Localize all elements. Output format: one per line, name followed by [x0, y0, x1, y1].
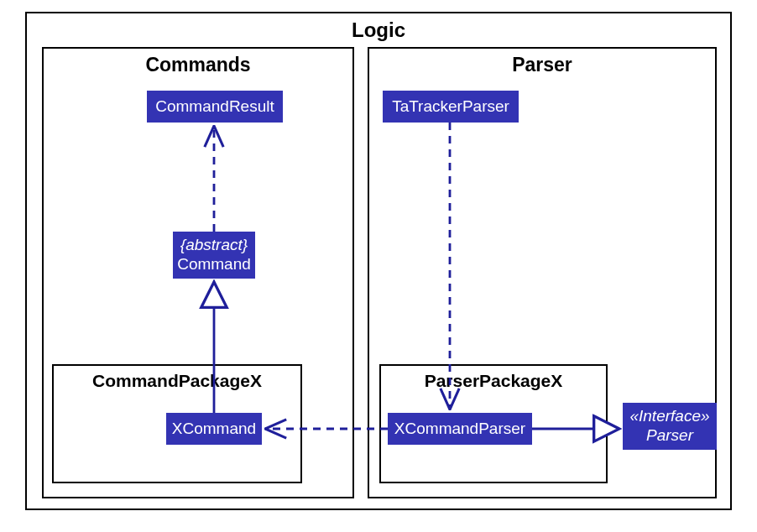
class-command-result: CommandResult	[147, 91, 283, 123]
class-xcommandparser: XCommandParser	[388, 413, 532, 445]
class-tatrackerparser: TaTrackerParser	[383, 91, 519, 123]
class-command: {abstract} Command	[173, 232, 255, 279]
class-label: Command	[177, 255, 251, 274]
class-parser-interface: «Interface» Parser	[623, 403, 717, 450]
command-packagex-title: CommandPackageX	[52, 371, 302, 391]
class-label: Parser	[646, 426, 693, 446]
logic-title: Logic	[25, 18, 732, 42]
class-label: XCommand	[172, 420, 256, 439]
class-label: XCommandParser	[394, 420, 525, 439]
class-label: CommandResult	[155, 97, 274, 117]
class-stereotype: «Interface»	[629, 407, 709, 426]
class-xcommand: XCommand	[166, 413, 262, 445]
diagram-canvas: Logic Commands Parser CommandPackageX Pa…	[0, 0, 757, 532]
class-label: TaTrackerParser	[392, 97, 509, 117]
parser-title: Parser	[368, 54, 717, 76]
parser-packagex-title: ParserPackageX	[379, 371, 608, 391]
commands-title: Commands	[42, 54, 354, 76]
class-stereotype: {abstract}	[180, 236, 248, 255]
